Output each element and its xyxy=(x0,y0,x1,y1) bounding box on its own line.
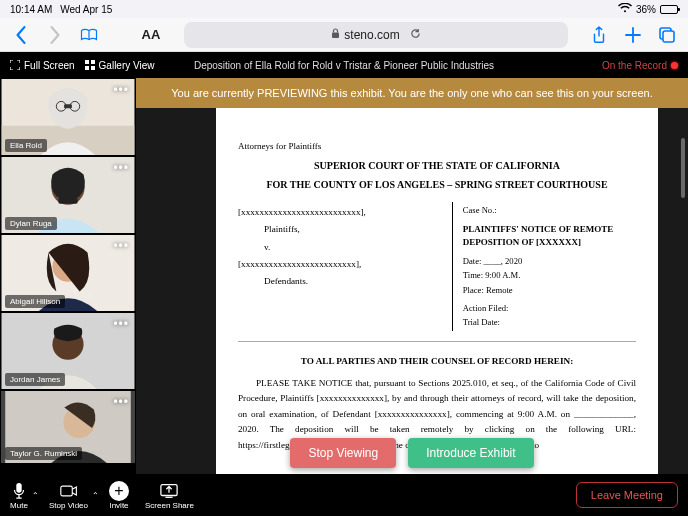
svg-rect-0 xyxy=(332,33,339,39)
participant-tile[interactable]: ••• Dylan Ruga xyxy=(0,156,136,234)
wifi-icon xyxy=(618,3,632,15)
browser-toolbar: AA steno.com xyxy=(0,18,688,52)
doc-body-heading: TO ALL PARTIES AND THEIR COUNSEL OF RECO… xyxy=(238,354,636,370)
caption-right: Case No.: PLAINTIFFS' NOTICE OF REMOTE D… xyxy=(453,202,636,331)
mute-label: Mute xyxy=(10,501,28,510)
caption-v: v. xyxy=(264,241,446,254)
stop-video-button[interactable]: Stop Video xyxy=(49,481,88,510)
video-caret-icon[interactable]: ⌃ xyxy=(92,491,99,500)
preview-banner: You are currently PREVIEWING this exhibi… xyxy=(136,78,688,108)
caption-plaintiff-name: [xxxxxxxxxxxxxxxxxxxxxxxxxx], xyxy=(238,206,446,219)
svg-rect-25 xyxy=(16,482,21,492)
participant-more-icon[interactable]: ••• xyxy=(113,239,129,253)
participant-name: Abigail Hillson xyxy=(5,295,65,308)
svg-rect-6 xyxy=(91,66,95,70)
lock-icon xyxy=(331,28,340,41)
introduce-exhibit-button[interactable]: Introduce Exhibit xyxy=(408,438,533,468)
scrollbar[interactable] xyxy=(681,138,685,198)
caption-left: [xxxxxxxxxxxxxxxxxxxxxxxxxx], Plaintiffs… xyxy=(238,202,453,331)
svg-rect-15 xyxy=(58,198,77,204)
battery-icon xyxy=(660,5,678,14)
mute-button[interactable]: Mute xyxy=(10,481,28,510)
document-page[interactable]: Attorneys for Plaintiffs SUPERIOR COURT … xyxy=(216,88,658,474)
participant-more-icon[interactable]: ••• xyxy=(113,83,129,97)
svg-rect-10 xyxy=(64,104,72,108)
forward-button[interactable] xyxy=(42,22,68,48)
text-size-button[interactable]: AA xyxy=(136,27,166,42)
svg-point-20 xyxy=(87,293,91,297)
recording-label: On the Record xyxy=(602,60,667,71)
participant-more-icon[interactable]: ••• xyxy=(113,395,129,409)
participant-list: ••• Ella Rold ••• Dylan Ruga ••• Abigail… xyxy=(0,78,136,474)
invite-button[interactable]: + Invite xyxy=(109,481,129,510)
url-host: steno.com xyxy=(344,28,399,42)
back-button[interactable] xyxy=(8,22,34,48)
doc-attorneys-line: Attorneys for Plaintiffs xyxy=(238,140,636,153)
caption-doc-title: PLAINTIFFS' NOTICE OF REMOTE DEPOSITION … xyxy=(463,223,636,249)
caption-plaintiffs-label: Plaintiffs, xyxy=(264,223,446,236)
mute-caret-icon[interactable]: ⌃ xyxy=(32,491,39,500)
tabs-button[interactable] xyxy=(654,22,680,48)
reload-icon[interactable] xyxy=(410,28,421,41)
invite-label: Invite xyxy=(109,501,128,510)
stop-viewing-button[interactable]: Stop Viewing xyxy=(290,438,396,468)
plus-icon: + xyxy=(109,481,129,501)
caption-action-filed: Action Filed: xyxy=(463,302,636,314)
status-date: Wed Apr 15 xyxy=(60,4,112,15)
participant-tile[interactable]: ••• Jordan James xyxy=(0,312,136,390)
caption-date: Date: ____, 2020 xyxy=(463,255,636,267)
caption-trial-date: Trial Date: xyxy=(463,316,636,328)
meeting-footer: Mute ⌃ Stop Video ⌃ + Invite Screen Shar… xyxy=(0,474,688,516)
fullscreen-button[interactable]: Full Screen xyxy=(10,60,75,71)
svg-point-18 xyxy=(73,290,77,294)
participant-name: Dylan Ruga xyxy=(5,217,57,230)
stop-video-label: Stop Video xyxy=(49,501,88,510)
bookmarks-button[interactable] xyxy=(76,22,102,48)
participant-tile[interactable]: ••• Abigail Hillson xyxy=(0,234,136,312)
svg-rect-26 xyxy=(60,486,71,496)
url-field[interactable]: steno.com xyxy=(184,22,568,48)
caption-defendants-label: Defendants. xyxy=(264,275,446,288)
participant-tile[interactable]: ••• Ella Rold xyxy=(0,78,136,156)
participant-name: Taylor G. Ruminski xyxy=(5,447,82,460)
caption-time: Time: 9:00 A.M. xyxy=(463,269,636,281)
record-dot-icon xyxy=(671,62,678,69)
caption-case-no: Case No.: xyxy=(463,204,636,216)
participant-name: Jordan James xyxy=(5,373,65,386)
participant-name: Ella Rold xyxy=(5,139,47,152)
app-top-bar: Full Screen Gallery View Deposition of E… xyxy=(0,52,688,78)
gallery-view-button[interactable]: Gallery View xyxy=(85,60,155,71)
screen-share-label: Screen Share xyxy=(145,501,194,510)
caption-defendant-name: [xxxxxxxxxxxxxxxxxxxxxxxxx], xyxy=(238,258,446,271)
svg-rect-5 xyxy=(85,66,89,70)
participant-more-icon[interactable]: ••• xyxy=(113,161,129,175)
participant-tile[interactable]: ••• Taylor G. Ruminski xyxy=(0,390,136,464)
svg-rect-2 xyxy=(663,31,674,42)
svg-rect-3 xyxy=(85,60,89,64)
leave-meeting-button[interactable]: Leave Meeting xyxy=(576,482,678,508)
participant-more-icon[interactable]: ••• xyxy=(113,317,129,331)
recording-indicator: On the Record xyxy=(602,60,678,71)
doc-court-line2: FOR THE COUNTY OF LOS ANGELES – SPRING S… xyxy=(238,178,636,193)
battery-percent: 36% xyxy=(636,4,656,15)
caption-place: Place: Remote xyxy=(463,284,636,296)
status-time: 10:14 AM xyxy=(10,4,52,15)
svg-rect-4 xyxy=(91,60,95,64)
new-tab-button[interactable] xyxy=(620,22,646,48)
doc-court-line1: SUPERIOR COURT OF THE STATE OF CALIFORNI… xyxy=(238,159,636,174)
share-button[interactable] xyxy=(586,22,612,48)
exhibit-viewer: You are currently PREVIEWING this exhibi… xyxy=(136,78,688,474)
gallery-view-label: Gallery View xyxy=(99,60,155,71)
screen-share-button[interactable]: Screen Share xyxy=(145,481,194,510)
fullscreen-label: Full Screen xyxy=(24,60,75,71)
ipad-status-bar: 10:14 AM Wed Apr 15 36% xyxy=(0,0,688,18)
